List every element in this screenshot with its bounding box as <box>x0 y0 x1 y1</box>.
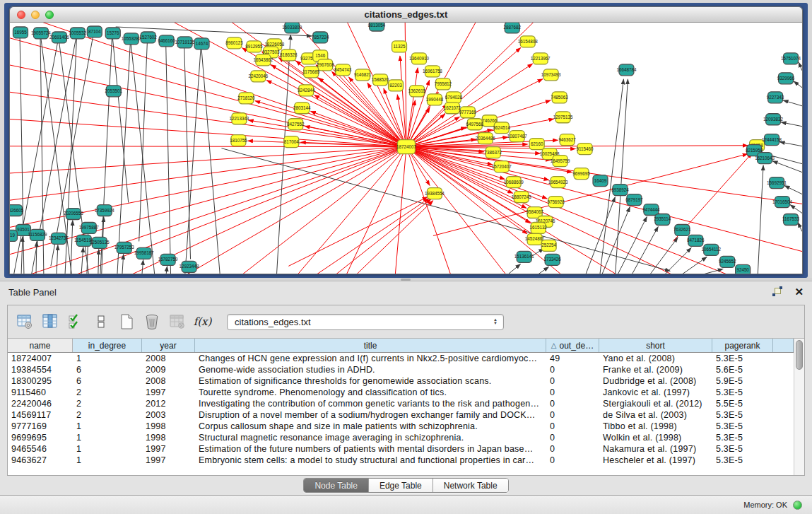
graph-node[interactable]: 1005532 <box>69 28 87 39</box>
graph-node[interactable]: 1362615 <box>408 86 426 97</box>
graph-node[interactable]: 817004 <box>284 136 299 148</box>
graph-node[interactable]: 20206556 <box>64 209 83 220</box>
graph-node[interactable]: 12923448 <box>180 261 199 272</box>
splitter-grip[interactable] <box>401 279 411 281</box>
graph-node[interactable]: 15751074 <box>781 53 801 64</box>
graph-node[interactable]: 3624514 <box>493 122 511 134</box>
graph-node[interactable]: 8471826 <box>687 235 705 246</box>
graph-node[interactable]: 12213343 <box>229 113 249 124</box>
graph-node[interactable]: 11325 <box>392 41 407 52</box>
tab-edge-table[interactable]: Edge Table <box>369 479 433 492</box>
graph-node[interactable]: 20364486 <box>476 133 495 144</box>
graph-node[interactable]: 12444158 <box>762 134 782 146</box>
network-window[interactable]: citations_edges.txt 89601238912955182260… <box>9 6 803 274</box>
graph-node[interactable]: 8813054 <box>368 23 386 31</box>
table-row[interactable]: 1872400712008Changes of HCN gene express… <box>8 353 804 364</box>
graph-node[interactable]: 9756928 <box>547 197 565 208</box>
graph-node[interactable]: 16543862 <box>253 54 273 66</box>
graph-node[interactable]: 9115460 <box>577 144 594 155</box>
graph-node[interactable]: 19975887 <box>79 222 99 233</box>
table-selector[interactable]: citations_edges.txt ▲▼ <box>227 314 504 330</box>
graph-node[interactable]: 22420046 <box>248 71 268 82</box>
graph-node[interactable]: 9146821 <box>354 69 372 81</box>
graph-node[interactable]: 17016504 <box>772 197 792 208</box>
scrollbar-thumb[interactable] <box>796 340 803 370</box>
graph-node[interactable]: 92450 <box>736 264 751 274</box>
rows-icon[interactable] <box>91 313 110 332</box>
graph-node[interactable]: 15692951 <box>767 177 787 189</box>
graph-node[interactable]: 6879197 <box>625 194 643 206</box>
network-canvas[interactable]: 8960123891295518226058932750316543862818… <box>10 23 802 274</box>
graph-node[interactable]: 11156829 <box>28 229 47 240</box>
graph-node[interactable]: 2526605 <box>10 205 24 216</box>
table-column-icon[interactable] <box>40 313 59 332</box>
close-window-icon[interactable] <box>17 11 25 19</box>
graph-node[interactable]: 2718120 <box>237 93 255 104</box>
graph-node[interactable]: 7485063 <box>551 92 568 103</box>
graph-node[interactable]: 19958187 <box>134 247 154 259</box>
graph-node[interactable]: 19384554 <box>425 188 445 199</box>
graph-node[interactable]: 16648784 <box>616 64 636 76</box>
graph-node[interactable]: 252254 <box>541 240 556 251</box>
table-row[interactable]: 1830029562008Estimation of significance … <box>8 375 804 387</box>
column-header-in_degree[interactable]: in_degree <box>73 339 142 352</box>
graph-node[interactable]: 18724007 <box>396 140 416 154</box>
graph-node[interactable]: 1588520 <box>372 74 389 86</box>
column-header-short[interactable]: short <box>599 339 712 352</box>
graph-node[interactable]: 9329966 <box>777 73 795 84</box>
graph-node[interactable]: 9245652 <box>719 256 736 267</box>
graph-node[interactable]: 9699695 <box>572 168 590 180</box>
graph-node[interactable]: 16955 <box>13 27 28 38</box>
graph-node[interactable]: 7632621 <box>673 224 691 235</box>
minimize-window-icon[interactable] <box>31 11 40 19</box>
graph-node[interactable]: 15720407 <box>492 161 512 173</box>
graph-node[interactable]: 18495759 <box>551 156 570 167</box>
graph-node[interactable]: 1167533 <box>782 214 799 226</box>
graph-node[interactable]: 9242844 <box>298 85 315 96</box>
graph-node[interactable]: 8938924 <box>611 185 629 196</box>
table-row[interactable]: 2242004622012Investigating the contribut… <box>8 398 804 409</box>
graph-node[interactable]: 8454743 <box>334 64 352 76</box>
graph-node[interactable]: 2887682 <box>504 23 522 33</box>
vertical-scrollbar[interactable] <box>794 339 804 475</box>
function-icon[interactable]: f(x) <box>193 313 212 332</box>
table-row[interactable]: 977716911998Corpus callosum shape and si… <box>8 421 804 432</box>
graph-node[interactable]: 18807243 <box>512 192 531 203</box>
graph-node[interactable]: 2053501 <box>105 86 123 97</box>
graph-node[interactable]: 8912955 <box>245 41 263 52</box>
graph-node[interactable]: 10654112 <box>702 244 722 255</box>
graph-node[interactable]: 16033809 <box>282 23 302 33</box>
network-window-titlebar[interactable]: citations_edges.txt <box>10 7 802 23</box>
table-row[interactable]: 1938455462009Genome-wide association stu… <box>8 364 804 375</box>
graph-node[interactable]: 16210643 <box>755 153 775 164</box>
graph-node[interactable]: 15276 <box>105 28 120 39</box>
graph-node[interactable]: 62160 <box>529 139 544 150</box>
graph-node[interactable]: 10719135 <box>175 37 195 48</box>
graph-node[interactable]: 6794028 <box>445 92 463 103</box>
graph-node[interactable]: 12342737 <box>49 233 69 244</box>
graph-node[interactable]: 82203 <box>389 80 404 91</box>
graph-node[interactable]: 87104 <box>87 26 102 37</box>
graph-node[interactable]: 20691406 <box>49 32 69 43</box>
graph-node[interactable]: 10973493 <box>541 69 561 81</box>
graph-node[interactable]: 7955812 <box>435 78 452 90</box>
select-rows-icon[interactable] <box>66 313 85 332</box>
column-header-out_de[interactable]: △out_de… <box>546 339 599 352</box>
float-panel-icon[interactable] <box>772 286 783 298</box>
graph-node[interactable]: 10688609 <box>504 177 524 188</box>
graph-node[interactable]: 1615132 <box>529 222 547 233</box>
graph-node[interactable]: 8186328 <box>280 49 298 61</box>
graph-node[interactable]: 6497568 <box>466 119 484 130</box>
graph-node[interactable]: 14674 <box>194 38 209 49</box>
graph-node[interactable]: 9777169 <box>459 107 477 118</box>
graph-node[interactable]: 9227343 <box>767 92 784 103</box>
column-header-year[interactable]: year <box>142 339 195 352</box>
tab-network-table[interactable]: Network Table <box>433 479 508 492</box>
graph-node[interactable]: 6466160 <box>158 35 175 47</box>
graph-node[interactable]: 10553287 <box>122 33 141 45</box>
graph-node[interactable]: 19654923 <box>548 177 568 188</box>
graph-node[interactable]: 8960123 <box>225 37 243 49</box>
table-row[interactable]: 969969511998Structural magnetic resonanc… <box>8 432 804 443</box>
graph-node[interactable]: 7386372 <box>485 147 502 158</box>
graph-node[interactable]: 2935114 <box>654 214 671 226</box>
